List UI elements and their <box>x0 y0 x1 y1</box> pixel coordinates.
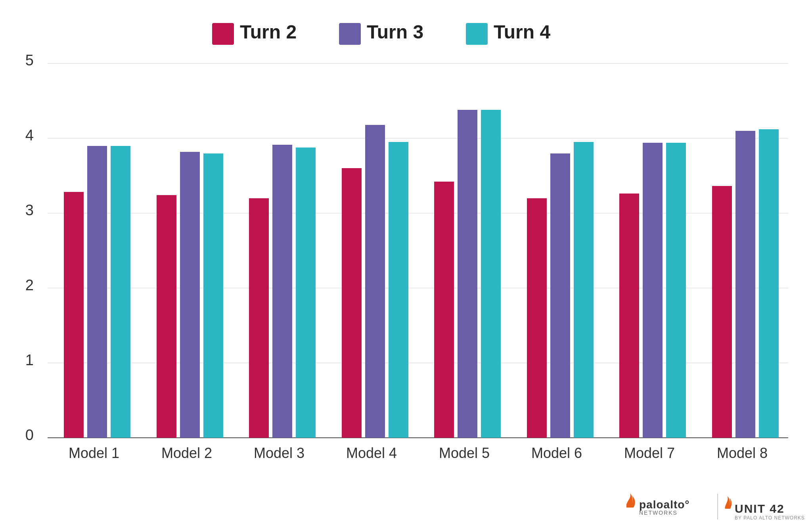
svg-text:BY PALO ALTO NETWORKS: BY PALO ALTO NETWORKS <box>735 515 805 521</box>
bar-model6-turn4 <box>574 142 594 438</box>
bar-model2-turn2 <box>157 195 176 438</box>
svg-rect-15 <box>339 23 361 45</box>
bar-model2-turn4 <box>203 153 223 438</box>
bar-model7-turn3 <box>643 143 663 438</box>
bar-model1-turn4 <box>111 146 130 438</box>
svg-text:paloalto°: paloalto° <box>639 498 690 511</box>
svg-text:Model 6: Model 6 <box>531 445 582 461</box>
svg-text:2: 2 <box>25 277 34 293</box>
bar-model8-turn3 <box>735 131 755 438</box>
bar-model7-turn4 <box>666 143 686 438</box>
bar-model6-turn2 <box>527 198 547 438</box>
svg-text:Model 2: Model 2 <box>161 445 212 461</box>
bar-model3-turn3 <box>272 145 292 438</box>
bar-model8-turn4 <box>759 129 779 438</box>
svg-text:4: 4 <box>25 127 34 144</box>
bar-model2-turn3 <box>180 152 200 438</box>
svg-text:3: 3 <box>25 202 34 218</box>
svg-text:Turn 2: Turn 2 <box>240 21 297 42</box>
svg-text:Turn 3: Turn 3 <box>367 21 423 42</box>
svg-text:Model 1: Model 1 <box>69 445 119 461</box>
svg-text:5: 5 <box>25 52 34 69</box>
chart-container: 0 1 2 3 4 5 Turn 2 Turn 3 Turn 4 M <box>0 0 812 525</box>
svg-text:Model 3: Model 3 <box>254 445 304 461</box>
svg-rect-13 <box>212 23 234 45</box>
bar-model4-turn2 <box>342 168 362 438</box>
svg-text:Model 8: Model 8 <box>717 445 768 461</box>
svg-text:NETWORKS: NETWORKS <box>639 510 678 516</box>
bar-model5-turn3 <box>458 110 477 438</box>
svg-rect-17 <box>466 23 488 45</box>
bar-model8-turn2 <box>712 186 732 438</box>
bar-model1-turn2 <box>64 192 84 438</box>
bar-model4-turn3 <box>365 125 385 438</box>
svg-text:Model 7: Model 7 <box>624 445 675 461</box>
svg-text:Model 4: Model 4 <box>346 445 397 461</box>
bar-model3-turn2 <box>249 198 269 438</box>
bar-model6-turn3 <box>550 153 570 438</box>
bar-model3-turn4 <box>296 148 316 438</box>
svg-text:UNIT 42: UNIT 42 <box>735 502 785 515</box>
bar-model5-turn2 <box>434 182 454 438</box>
bar-model1-turn3 <box>87 146 107 438</box>
bar-model4-turn4 <box>389 142 408 438</box>
bar-model7-turn2 <box>619 194 639 438</box>
svg-text:0: 0 <box>25 427 34 443</box>
svg-text:1: 1 <box>25 352 34 368</box>
svg-text:Model 5: Model 5 <box>439 445 490 461</box>
svg-text:Turn 4: Turn 4 <box>494 21 550 42</box>
bar-model5-turn4 <box>481 110 501 438</box>
